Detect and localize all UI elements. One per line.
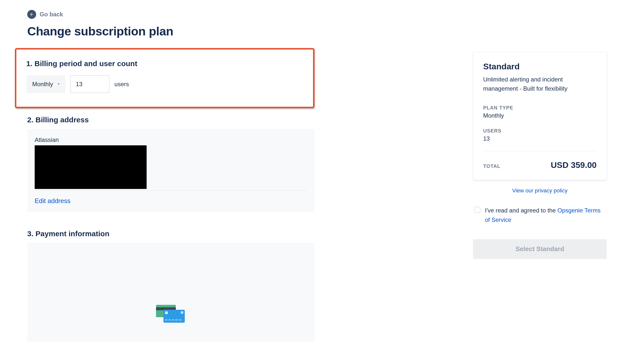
svg-rect-9 xyxy=(179,319,181,321)
svg-rect-6 xyxy=(168,319,171,321)
user-count-input[interactable] xyxy=(70,75,110,93)
users-value: 13 xyxy=(483,135,596,142)
billing-company-name: Atlassian xyxy=(35,136,307,143)
svg-rect-7 xyxy=(172,319,174,321)
terms-consent-text: I've read and agreed to the Opsgenie Ter… xyxy=(485,206,605,224)
edit-address-link[interactable]: Edit address xyxy=(35,197,70,204)
svg-rect-4 xyxy=(181,311,183,314)
go-back-button[interactable]: Go back xyxy=(27,10,63,19)
section-heading-billing-address: 2. Billing address xyxy=(27,116,453,124)
billing-address-panel: Atlassian Edit address xyxy=(27,129,314,212)
svg-rect-8 xyxy=(175,319,178,321)
svg-rect-5 xyxy=(165,319,168,321)
chevron-down-icon xyxy=(56,81,61,88)
users-label: USERS xyxy=(483,128,596,134)
order-summary-card: Standard Unlimited alerting and incident… xyxy=(473,52,607,180)
select-plan-button[interactable]: Select Standard xyxy=(473,239,607,259)
section-heading-billing-period: 1. Billing period and user count xyxy=(26,60,303,68)
users-suffix-label: users xyxy=(114,81,129,88)
terms-checkbox[interactable] xyxy=(474,207,480,213)
consent-prefix: I've read and agreed to the xyxy=(485,207,558,214)
page-title: Change subscription plan xyxy=(27,24,453,38)
billing-period-selected: Monthly xyxy=(32,81,53,88)
billing-period-highlight: 1. Billing period and user count Monthly… xyxy=(15,48,314,108)
privacy-policy-link[interactable]: View our privacy policy xyxy=(473,188,607,194)
billing-period-select[interactable]: Monthly xyxy=(26,75,66,93)
plan-type-label: PLAN TYPE xyxy=(483,105,596,111)
total-label: TOTAL xyxy=(483,164,500,169)
go-back-label: Go back xyxy=(40,11,63,18)
divider xyxy=(483,151,596,151)
section-heading-payment-info: 3. Payment information xyxy=(27,230,453,238)
plan-type-value: Monthly xyxy=(483,112,596,119)
plan-name: Standard xyxy=(483,62,596,71)
arrow-left-icon xyxy=(27,10,36,19)
payment-info-panel xyxy=(27,243,314,342)
plan-description: Unlimited alerting and incident manageme… xyxy=(483,75,596,93)
total-amount: USD 359.00 xyxy=(551,160,596,170)
divider xyxy=(35,190,307,191)
redacted-address-block xyxy=(35,145,146,189)
credit-cards-icon xyxy=(156,305,186,326)
